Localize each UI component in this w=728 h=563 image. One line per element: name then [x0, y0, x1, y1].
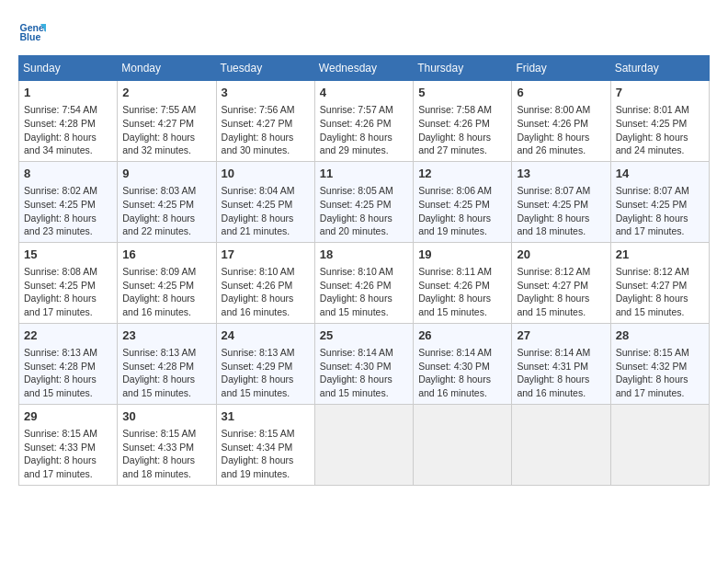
logo: General Blue [18, 18, 50, 46]
sunrise-label: Sunrise: 8:10 AM [222, 266, 295, 277]
daylight-label: Daylight: 8 hours and 18 minutes. [517, 213, 589, 237]
sunrise-label: Sunrise: 8:15 AM [24, 428, 97, 439]
sunrise-label: Sunrise: 8:05 AM [320, 185, 393, 196]
svg-text:Blue: Blue [20, 31, 41, 42]
sunrise-label: Sunrise: 8:14 AM [418, 347, 492, 358]
sunset-label: Sunset: 4:32 PM [616, 361, 688, 372]
day-header-wednesday: Wednesday [314, 56, 413, 81]
day-number: 16 [122, 247, 210, 263]
calendar-cell: 23 Sunrise: 8:13 AM Sunset: 4:28 PM Dayl… [118, 323, 216, 404]
day-header-friday: Friday [512, 56, 610, 81]
daylight-label: Daylight: 8 hours and 15 minutes. [222, 373, 294, 398]
calendar-cell [414, 404, 512, 485]
daylight-label: Daylight: 8 hours and 16 minutes. [517, 373, 589, 398]
daylight-label: Daylight: 8 hours and 32 minutes. [122, 132, 195, 156]
calendar-cell: 29 Sunrise: 8:15 AM Sunset: 4:33 PM Dayl… [19, 404, 118, 485]
sunrise-label: Sunrise: 7:55 AM [122, 104, 196, 115]
calendar-cell: 22 Sunrise: 8:13 AM Sunset: 4:28 PM Dayl… [19, 323, 118, 404]
calendar-cell [610, 404, 709, 485]
sunset-label: Sunset: 4:31 PM [517, 361, 588, 372]
daylight-label: Daylight: 8 hours and 30 minutes. [222, 132, 294, 156]
sunset-label: Sunset: 4:26 PM [418, 280, 490, 291]
daylight-label: Daylight: 8 hours and 15 minutes. [616, 293, 688, 317]
day-number: 19 [418, 247, 506, 263]
calendar-cell: 20 Sunrise: 8:12 AM Sunset: 4:27 PM Dayl… [512, 242, 610, 323]
sunset-label: Sunset: 4:30 PM [320, 361, 392, 372]
sunrise-label: Sunrise: 8:07 AM [616, 185, 689, 196]
calendar-cell: 8 Sunrise: 8:02 AM Sunset: 4:25 PM Dayli… [19, 161, 118, 242]
sunset-label: Sunset: 4:26 PM [517, 118, 588, 129]
day-number: 9 [122, 166, 210, 182]
calendar-table: SundayMondayTuesdayWednesdayThursdayFrid… [18, 55, 710, 486]
sunset-label: Sunset: 4:25 PM [320, 199, 392, 210]
day-number: 31 [222, 408, 310, 425]
calendar-cell [512, 404, 610, 485]
calendar-cell: 3 Sunrise: 7:56 AM Sunset: 4:27 PM Dayli… [216, 81, 314, 162]
sunset-label: Sunset: 4:28 PM [122, 361, 194, 372]
sunset-label: Sunset: 4:27 PM [616, 280, 688, 291]
sunset-label: Sunset: 4:25 PM [418, 199, 490, 210]
daylight-label: Daylight: 8 hours and 15 minutes. [418, 293, 491, 317]
calendar-cell: 7 Sunrise: 8:01 AM Sunset: 4:25 PM Dayli… [610, 81, 709, 162]
calendar-cell: 12 Sunrise: 8:06 AM Sunset: 4:25 PM Dayl… [414, 161, 512, 242]
sunset-label: Sunset: 4:33 PM [122, 442, 194, 453]
calendar-cell: 6 Sunrise: 8:00 AM Sunset: 4:26 PM Dayli… [512, 81, 610, 162]
daylight-label: Daylight: 8 hours and 26 minutes. [517, 132, 589, 156]
sunset-label: Sunset: 4:26 PM [320, 118, 392, 129]
sunrise-label: Sunrise: 8:15 AM [122, 428, 196, 439]
sunset-label: Sunset: 4:27 PM [517, 280, 588, 291]
calendar-cell: 21 Sunrise: 8:12 AM Sunset: 4:27 PM Dayl… [610, 242, 709, 323]
day-number: 5 [418, 85, 506, 101]
calendar-cell: 15 Sunrise: 8:08 AM Sunset: 4:25 PM Dayl… [19, 242, 118, 323]
day-number: 18 [320, 247, 408, 263]
sunrise-label: Sunrise: 8:11 AM [418, 266, 492, 277]
daylight-label: Daylight: 8 hours and 19 minutes. [222, 454, 294, 479]
day-number: 15 [24, 247, 112, 263]
daylight-label: Daylight: 8 hours and 24 minutes. [616, 132, 688, 156]
sunset-label: Sunset: 4:25 PM [122, 280, 194, 291]
calendar-cell: 19 Sunrise: 8:11 AM Sunset: 4:26 PM Dayl… [414, 242, 512, 323]
day-number: 21 [616, 247, 704, 263]
sunset-label: Sunset: 4:26 PM [222, 280, 293, 291]
calendar-cell: 27 Sunrise: 8:14 AM Sunset: 4:31 PM Dayl… [512, 323, 610, 404]
sunset-label: Sunset: 4:28 PM [24, 361, 96, 372]
daylight-label: Daylight: 8 hours and 17 minutes. [24, 454, 97, 479]
calendar-cell: 1 Sunrise: 7:54 AM Sunset: 4:28 PM Dayli… [19, 81, 118, 162]
daylight-label: Daylight: 8 hours and 16 minutes. [418, 373, 491, 398]
sunrise-label: Sunrise: 8:13 AM [122, 347, 196, 358]
sunset-label: Sunset: 4:27 PM [122, 118, 194, 129]
calendar-cell: 13 Sunrise: 8:07 AM Sunset: 4:25 PM Dayl… [512, 161, 610, 242]
day-header-tuesday: Tuesday [216, 56, 314, 81]
sunset-label: Sunset: 4:25 PM [122, 199, 194, 210]
calendar-week-2: 8 Sunrise: 8:02 AM Sunset: 4:25 PM Dayli… [19, 161, 710, 242]
day-number: 28 [616, 327, 704, 344]
sunrise-label: Sunrise: 8:14 AM [320, 347, 393, 358]
day-number: 23 [122, 327, 210, 344]
calendar-header-row: SundayMondayTuesdayWednesdayThursdayFrid… [19, 56, 710, 81]
calendar-cell: 25 Sunrise: 8:14 AM Sunset: 4:30 PM Dayl… [314, 323, 413, 404]
day-number: 1 [24, 85, 112, 101]
sunrise-label: Sunrise: 8:01 AM [616, 104, 689, 115]
sunrise-label: Sunrise: 8:12 AM [517, 266, 590, 277]
calendar-week-1: 1 Sunrise: 7:54 AM Sunset: 4:28 PM Dayli… [19, 81, 710, 162]
sunset-label: Sunset: 4:25 PM [24, 280, 96, 291]
calendar-cell: 28 Sunrise: 8:15 AM Sunset: 4:32 PM Dayl… [610, 323, 709, 404]
daylight-label: Daylight: 8 hours and 29 minutes. [320, 132, 392, 156]
day-number: 20 [517, 247, 605, 263]
calendar-cell: 4 Sunrise: 7:57 AM Sunset: 4:26 PM Dayli… [314, 81, 413, 162]
sunrise-label: Sunrise: 7:58 AM [418, 104, 492, 115]
sunset-label: Sunset: 4:29 PM [222, 361, 293, 372]
day-number: 26 [418, 327, 506, 344]
daylight-label: Daylight: 8 hours and 15 minutes. [517, 293, 589, 317]
calendar-cell: 11 Sunrise: 8:05 AM Sunset: 4:25 PM Dayl… [314, 161, 413, 242]
day-number: 24 [222, 327, 310, 344]
sunrise-label: Sunrise: 8:07 AM [517, 185, 590, 196]
calendar-cell: 9 Sunrise: 8:03 AM Sunset: 4:25 PM Dayli… [118, 161, 216, 242]
day-number: 27 [517, 327, 605, 344]
calendar-cell [314, 404, 413, 485]
day-number: 12 [418, 166, 506, 182]
calendar-cell: 2 Sunrise: 7:55 AM Sunset: 4:27 PM Dayli… [118, 81, 216, 162]
daylight-label: Daylight: 8 hours and 15 minutes. [122, 373, 195, 398]
sunset-label: Sunset: 4:26 PM [320, 280, 392, 291]
sunset-label: Sunset: 4:34 PM [222, 442, 293, 453]
